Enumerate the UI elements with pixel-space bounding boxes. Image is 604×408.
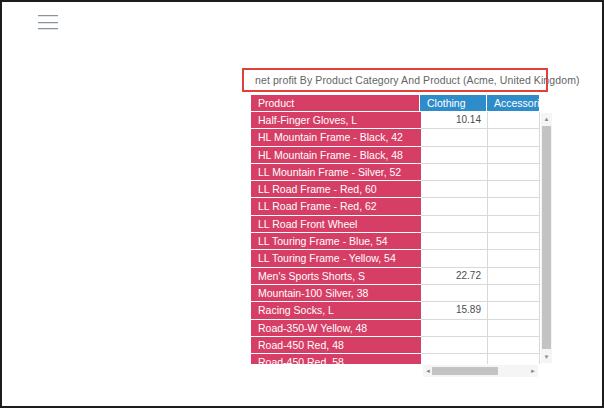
- hamburger-icon: [38, 22, 58, 24]
- row-header-cell[interactable]: LL Road Frame - Red, 62: [251, 198, 421, 215]
- clothing-value-cell[interactable]: [421, 129, 488, 146]
- vertical-scrollbar-thumb[interactable]: [542, 126, 551, 349]
- table-row: HL Mountain Frame - Black, 48: [251, 147, 540, 164]
- column-header-product[interactable]: Product: [251, 95, 420, 112]
- clothing-value-cell[interactable]: [421, 164, 488, 181]
- accessories-value-cell[interactable]: [488, 285, 540, 302]
- row-header-cell[interactable]: Road-450 Red, 48: [251, 337, 421, 354]
- accessories-value-cell[interactable]: [488, 198, 540, 215]
- hamburger-menu-button[interactable]: [38, 15, 58, 30]
- pivot-grid: Product Clothing Accessories Half-Finger…: [251, 95, 540, 364]
- app-window: net profit By Product Category And Produ…: [0, 0, 604, 408]
- accessories-value-cell[interactable]: [488, 320, 540, 337]
- row-header-cell[interactable]: LL Touring Frame - Blue, 54: [251, 233, 421, 250]
- table-row: HL Mountain Frame - Black, 42: [251, 129, 540, 146]
- column-header-clothing[interactable]: Clothing: [420, 95, 487, 112]
- table-row: Road-450 Red, 48: [251, 337, 540, 354]
- table-row: LL Road Frame - Red, 60: [251, 181, 540, 198]
- table-row: LL Touring Frame - Yellow, 54: [251, 250, 540, 267]
- accessories-value-cell[interactable]: [488, 181, 540, 198]
- clothing-value-cell[interactable]: [421, 181, 488, 198]
- report-title: net profit By Product Category And Produ…: [244, 74, 580, 86]
- row-header-cell[interactable]: HL Mountain Frame - Black, 42: [251, 129, 421, 146]
- row-header-cell[interactable]: LL Mountain Frame - Silver, 52: [251, 164, 421, 181]
- row-header-cell[interactable]: Half-Finger Gloves, L: [251, 112, 421, 129]
- report-title-box: net profit By Product Category And Produ…: [242, 68, 548, 92]
- accessories-value-cell[interactable]: [488, 268, 540, 285]
- vertical-scrollbar[interactable]: ▲ ▼: [541, 113, 552, 363]
- pivot-header-row: Product Clothing Accessories: [251, 95, 540, 112]
- row-header-cell[interactable]: HL Mountain Frame - Black, 48: [251, 147, 421, 164]
- accessories-value-cell[interactable]: [488, 164, 540, 181]
- clothing-value-cell[interactable]: 22.72: [421, 268, 488, 285]
- table-row: LL Road Frame - Red, 62: [251, 198, 540, 215]
- accessories-value-cell[interactable]: [488, 337, 540, 354]
- table-row: Men's Sports Shorts, S 22.72: [251, 268, 540, 285]
- table-row: Road-350-W Yellow, 48: [251, 320, 540, 337]
- horizontal-scrollbar[interactable]: ◄ ►: [423, 365, 538, 377]
- pivot-rows: Half-Finger Gloves, L 10.14 HL Mountain …: [251, 112, 540, 364]
- table-row: LL Touring Frame - Blue, 54: [251, 233, 540, 250]
- accessories-value-cell[interactable]: [488, 129, 540, 146]
- column-header-accessories[interactable]: Accessories: [487, 95, 539, 112]
- row-header-cell[interactable]: Mountain-100 Silver, 38: [251, 285, 421, 302]
- accessories-value-cell[interactable]: [488, 302, 540, 319]
- clothing-value-cell[interactable]: [421, 354, 488, 364]
- clothing-value-cell[interactable]: [421, 198, 488, 215]
- table-row: Half-Finger Gloves, L 10.14: [251, 112, 540, 129]
- row-header-cell[interactable]: Road-450 Red, 58: [251, 354, 421, 364]
- row-header-cell[interactable]: LL Road Frame - Red, 60: [251, 181, 421, 198]
- scroll-down-icon[interactable]: ▼: [541, 351, 552, 363]
- row-header-cell[interactable]: LL Road Front Wheel: [251, 216, 421, 233]
- accessories-value-cell[interactable]: [488, 216, 540, 233]
- accessories-value-cell[interactable]: [488, 147, 540, 164]
- scroll-right-icon[interactable]: ►: [528, 365, 538, 377]
- clothing-value-cell[interactable]: [421, 320, 488, 337]
- hamburger-icon: [38, 28, 58, 30]
- hamburger-icon: [38, 15, 58, 17]
- clothing-value-cell[interactable]: [421, 337, 488, 354]
- table-row: Racing Socks, L 15.89: [251, 302, 540, 319]
- clothing-value-cell[interactable]: 15.89: [421, 302, 488, 319]
- clothing-value-cell[interactable]: [421, 250, 488, 267]
- table-row: Mountain-100 Silver, 38: [251, 285, 540, 302]
- table-row: LL Road Front Wheel: [251, 216, 540, 233]
- clothing-value-cell[interactable]: [421, 233, 488, 250]
- clothing-value-cell[interactable]: [421, 147, 488, 164]
- row-header-cell[interactable]: Road-350-W Yellow, 48: [251, 320, 421, 337]
- horizontal-scrollbar-thumb[interactable]: [432, 367, 498, 375]
- row-header-cell[interactable]: LL Touring Frame - Yellow, 54: [251, 250, 421, 267]
- row-header-cell[interactable]: Men's Sports Shorts, S: [251, 268, 421, 285]
- scroll-up-icon[interactable]: ▲: [541, 113, 552, 125]
- accessories-value-cell[interactable]: [488, 354, 540, 364]
- accessories-value-cell[interactable]: [488, 112, 540, 129]
- table-row: LL Mountain Frame - Silver, 52: [251, 164, 540, 181]
- clothing-value-cell[interactable]: [421, 216, 488, 233]
- clothing-value-cell[interactable]: 10.14: [421, 112, 488, 129]
- table-row: Road-450 Red, 58: [251, 354, 540, 364]
- accessories-value-cell[interactable]: [488, 233, 540, 250]
- accessories-value-cell[interactable]: [488, 250, 540, 267]
- clothing-value-cell[interactable]: [421, 285, 488, 302]
- row-header-cell[interactable]: Racing Socks, L: [251, 302, 421, 319]
